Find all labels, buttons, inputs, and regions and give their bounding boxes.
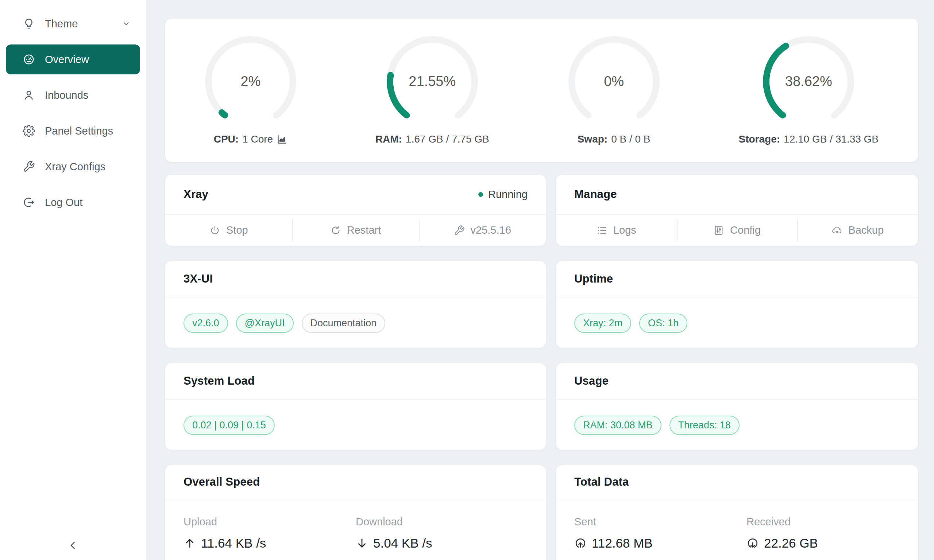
sidebar-collapse-button[interactable]	[0, 534, 146, 557]
stat-label: Upload	[183, 516, 356, 528]
action-button-restart[interactable]: Restart	[292, 215, 419, 246]
stat-label: Download	[356, 516, 527, 528]
stat-upload: Upload 11.64 KB /s	[183, 516, 356, 551]
sidebar-item-label: Theme	[45, 18, 78, 30]
manage-actions: Logs Config Backup	[556, 215, 918, 246]
tag-label: Xray: 2m	[583, 318, 623, 329]
total-data-stats: Sent 112.68 MB Received 22.26 GB	[556, 500, 918, 551]
arrow-down-icon	[356, 537, 368, 549]
tag-label: @XrayUI	[245, 318, 285, 329]
cloud-server-icon	[831, 225, 842, 236]
gauge-ring: 0%	[568, 36, 660, 128]
bulb-icon	[23, 17, 35, 30]
sidebar-nav: Theme Overview Inbounds Panel Settings	[0, 9, 146, 217]
overall-speed-card-title: Overall Speed	[183, 475, 260, 489]
overall-speed-stats: Upload 11.64 KB /s Download 5.04 KB /s	[165, 500, 546, 551]
stat-received: Received 22.26 GB	[746, 516, 900, 551]
stat-value-text: 22.26 GB	[764, 536, 818, 551]
gauge-label-value: 1.67 GB / 7.75 GB	[406, 134, 489, 145]
xui-card-title: 3X-UI	[183, 272, 213, 285]
gear-icon	[23, 125, 35, 137]
uptime-card-title: Uptime	[574, 272, 613, 285]
manage-card-title: Manage	[574, 188, 617, 201]
reload-icon	[330, 225, 341, 236]
power-icon	[210, 225, 220, 236]
action-button-logs[interactable]: Logs	[556, 215, 677, 246]
gauge-label: RAM: 1.67 GB / 7.75 GB	[375, 134, 489, 145]
gauge-ring: 21.55%	[386, 36, 478, 128]
action-button-stop[interactable]: Stop	[165, 215, 292, 246]
running-status-label: Running	[488, 188, 527, 200]
gauge-label-value: 12.10 GB / 31.33 GB	[784, 134, 879, 145]
chevron-left-icon	[68, 540, 79, 551]
action-button-config[interactable]: Config	[677, 215, 798, 246]
gauge-label-value: 1 Core	[242, 134, 273, 145]
xui-tags: v2.6.0 @XrayUI Documentation	[165, 297, 546, 349]
tag-label: Threads: 18	[678, 420, 731, 431]
system-load-tags: 0.02 | 0.09 | 0.15	[165, 400, 546, 451]
sidebar-item-xray-configs[interactable]: Xray Configs	[6, 152, 140, 182]
sidebar-item-label: Xray Configs	[45, 161, 105, 173]
tag-0-02-0-09-0-15: 0.02 | 0.09 | 0.15	[183, 415, 275, 435]
running-status-dot	[478, 192, 483, 197]
usage-card-title: Usage	[574, 374, 609, 388]
gauge-percent: 2%	[205, 36, 297, 128]
gauges-row: 2% CPU: 1 Core 21.55%	[165, 36, 918, 145]
uptime-card-header: Uptime	[556, 261, 918, 297]
gauge-label-name: Storage:	[739, 134, 780, 145]
area-chart-icon[interactable]	[277, 134, 288, 145]
gauge-label-name: RAM:	[375, 134, 402, 145]
usage-tags: RAM: 30.08 MB Threads: 18	[556, 400, 918, 451]
action-button-label: Stop	[226, 224, 248, 236]
gauge-label: CPU: 1 Core	[214, 134, 288, 145]
gauge-label: Swap: 0 B / 0 B	[578, 134, 650, 145]
stat-value: 11.64 KB /s	[183, 536, 356, 551]
sidebar-item-label: Inbounds	[45, 89, 88, 102]
sliders-icon	[713, 225, 724, 236]
sidebar-item-label: Overview	[45, 54, 89, 66]
xui-card-header: 3X-UI	[165, 261, 546, 297]
sidebar-item-panel-settings[interactable]: Panel Settings	[6, 116, 140, 146]
gauge-cpu: 2% CPU: 1 Core	[205, 36, 297, 145]
stat-download: Download 5.04 KB /s	[356, 516, 527, 551]
action-button-label: Config	[730, 224, 761, 236]
gauge-ring: 2%	[205, 36, 297, 128]
list-icon	[596, 225, 607, 236]
user-icon	[23, 89, 35, 102]
main-content: 2% CPU: 1 Core 21.55%	[146, 0, 934, 560]
sidebar-item-log-out[interactable]: Log Out	[6, 188, 140, 217]
action-button-label: Restart	[347, 224, 381, 236]
sidebar-item-overview[interactable]: Overview	[6, 45, 140, 74]
cloud-upload-icon	[574, 537, 587, 549]
stat-value: 22.26 GB	[746, 536, 900, 551]
gauge-percent: 21.55%	[386, 36, 478, 128]
total-data-card: Total Data Sent 112.68 MB Received	[556, 465, 918, 560]
tag-xrayui[interactable]: @XrayUI	[236, 314, 294, 333]
xray-status: Running	[478, 188, 527, 200]
action-button-label: Backup	[848, 224, 884, 236]
gauge-storage: 38.62% Storage: 12.10 GB / 31.33 GB	[739, 36, 879, 145]
action-button-label: v25.5.16	[471, 224, 511, 236]
sidebar-item-inbounds[interactable]: Inbounds	[6, 80, 140, 110]
action-button-backup[interactable]: Backup	[797, 215, 918, 246]
gauge-swap: 0% Swap: 0 B / 0 B	[568, 36, 660, 145]
xray-card-title: Xray	[183, 188, 208, 201]
xui-card: 3X-UI v2.6.0 @XrayUI Documentation	[165, 261, 546, 348]
tag-documentation[interactable]: Documentation	[302, 314, 385, 333]
arrow-up-icon	[183, 537, 196, 549]
tag-xray-2m: Xray: 2m	[574, 314, 631, 333]
chevron-down-icon	[122, 19, 131, 28]
system-load-card: System Load 0.02 | 0.09 | 0.15	[165, 363, 546, 450]
tag-threads-18: Threads: 18	[669, 415, 740, 435]
tag-label: RAM: 30.08 MB	[583, 420, 653, 431]
stat-value: 112.68 MB	[574, 536, 746, 551]
gauge-label: Storage: 12.10 GB / 31.33 GB	[739, 134, 879, 145]
sidebar-item-theme[interactable]: Theme	[6, 9, 140, 38]
action-button-v25-5-16[interactable]: v25.5.16	[419, 215, 546, 246]
wrench-icon	[23, 160, 35, 173]
xray-actions: Stop Restart v25.5.16	[165, 215, 546, 246]
stat-value-text: 5.04 KB /s	[373, 536, 432, 551]
tag-v2-6-0[interactable]: v2.6.0	[183, 314, 228, 333]
tag-label: OS: 1h	[648, 318, 679, 329]
gauge-percent: 0%	[568, 36, 660, 128]
